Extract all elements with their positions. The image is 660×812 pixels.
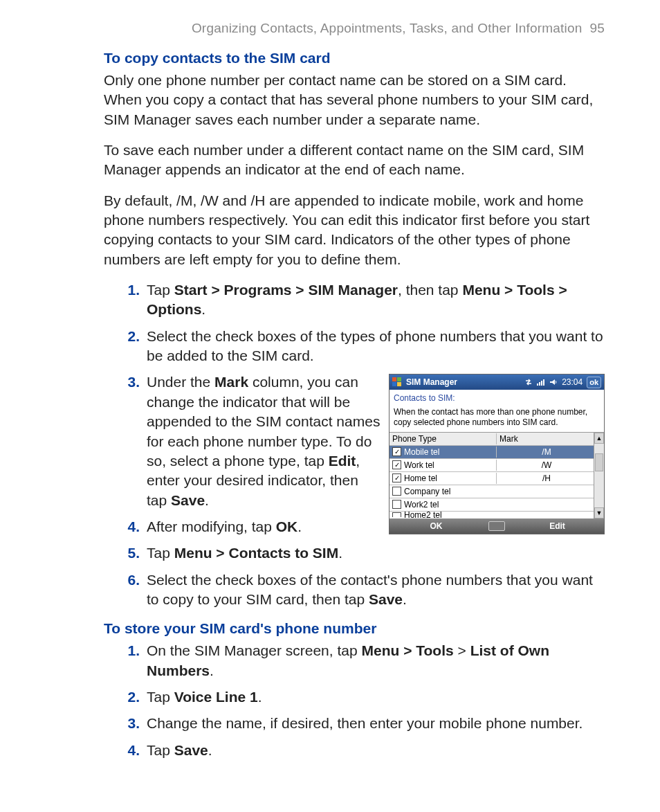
step-item: Tap Menu > Contacts to SIM. — [118, 543, 605, 563]
checkbox[interactable]: ✓ — [392, 473, 401, 482]
mark-cell: /M — [496, 446, 594, 458]
phone-type-label: Mobile tel — [404, 446, 439, 458]
body-paragraph: By default, /M, /W and /H are appended t… — [104, 191, 605, 269]
phone-type-label: Work2 tel — [404, 499, 439, 510]
table-row[interactable]: ✓Mobile tel/M — [389, 446, 594, 459]
clock-text: 23:04 — [562, 377, 583, 388]
step-item: Select the check boxes of the types of p… — [118, 327, 605, 366]
body-paragraph: Only one phone number per contact name c… — [104, 71, 605, 129]
table-header-row: Phone Type Mark — [389, 433, 594, 446]
steps-list-1: Tap Start > Programs > SIM Manager, then… — [118, 280, 605, 609]
signal-icon — [537, 378, 545, 386]
step-item: Tap Save. — [118, 741, 605, 760]
phone-type-table: Phone Type Mark ✓Mobile tel/M✓Work tel/W… — [389, 432, 594, 518]
section-heading-store-number: To store your SIM card's phone number — [104, 620, 605, 637]
table-row[interactable]: Company tel — [389, 485, 594, 498]
checkbox[interactable] — [392, 500, 401, 509]
scroll-track[interactable] — [594, 444, 604, 507]
phone-type-label: Work tel — [404, 460, 434, 471]
system-tray: 23:04 ok — [524, 377, 601, 388]
steps-list-2: On the SIM Manager screen, tap Menu > To… — [118, 641, 605, 760]
sync-icon — [524, 378, 533, 386]
section-heading-copy-contacts: To copy contacts to the SIM card — [104, 50, 605, 66]
chapter-title: Organizing Contacts, Appointments, Tasks… — [192, 21, 583, 35]
screenshot-explanation: When the contact has more than one phone… — [389, 406, 604, 432]
step-item: Tap Voice Line 1. — [118, 687, 605, 707]
step-item: On the SIM Manager screen, tap Menu > To… — [118, 641, 605, 680]
volume-icon — [549, 378, 558, 386]
titlebar-ok-button[interactable]: ok — [587, 377, 601, 388]
table-row[interactable]: ✓Home tel/H — [389, 472, 594, 485]
page-number: 95 — [589, 21, 605, 35]
checkbox[interactable] — [392, 487, 401, 496]
table-row[interactable]: ✓Work tel/W — [389, 459, 594, 472]
mark-cell: /W — [496, 460, 594, 471]
windows-flag-icon — [392, 377, 402, 387]
window-titlebar: SIM Manager 23:04 ok — [389, 375, 604, 390]
step-item: SIM Manager 23:04 ok Contacts to SIM: Wh… — [118, 372, 605, 509]
header-phone-type: Phone Type — [389, 433, 496, 444]
running-header: Organizing Contacts, Appointments, Tasks… — [104, 21, 605, 36]
scroll-up-button[interactable]: ▲ — [594, 433, 604, 444]
table-row[interactable]: Work2 tel — [389, 498, 594, 512]
sim-manager-screenshot: SIM Manager 23:04 ok Contacts to SIM: Wh… — [389, 374, 605, 534]
phone-type-label: Company tel — [404, 486, 450, 497]
screenshot-subheading: Contacts to SIM: — [389, 390, 604, 405]
step-item: Change the name, if desired, then enter … — [118, 714, 605, 733]
body-paragraph: To save each number under a different co… — [104, 141, 605, 180]
step-item: Tap Start > Programs > SIM Manager, then… — [118, 280, 605, 320]
phone-type-label: Home tel — [404, 473, 437, 484]
scrollbar[interactable]: ▲ ▼ — [594, 432, 604, 518]
window-title: SIM Manager — [406, 377, 457, 388]
header-mark: Mark — [496, 433, 594, 444]
scroll-thumb[interactable] — [595, 453, 603, 471]
step-item: After modifying, tap OK. — [118, 517, 605, 536]
checkbox[interactable]: ✓ — [392, 447, 401, 456]
document-page: Organizing Contacts, Appointments, Tasks… — [0, 0, 660, 812]
checkbox[interactable]: ✓ — [392, 460, 401, 469]
step-item: Select the check boxes of the contact's … — [118, 570, 605, 610]
mark-cell: /H — [496, 473, 594, 484]
